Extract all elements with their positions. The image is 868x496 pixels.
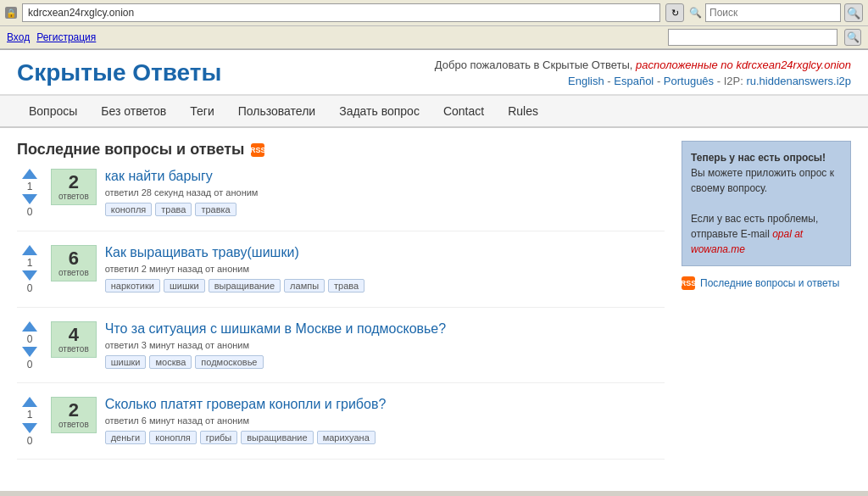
welcome-prefix: Добро пожаловать в Скрытые Ответы, [435, 59, 636, 71]
tag[interactable]: марихуана [317, 431, 376, 444]
onion-link[interactable]: расположенные по kdrcxean24rxglcy.onion [636, 59, 851, 71]
questions-list: 1 0 2 ответов как найти барыгу ответил 2… [17, 169, 665, 460]
tag[interactable]: трава [328, 279, 364, 293]
answer-count: 4 [58, 326, 89, 344]
nav-tags[interactable]: Теги [178, 96, 225, 126]
rss-icon[interactable]: RSS [251, 143, 264, 157]
bookmark-register[interactable]: Регистрация [36, 31, 96, 43]
tag[interactable]: трава [155, 203, 192, 216]
tag[interactable]: конопля [105, 203, 153, 216]
question-item: 1 0 2 ответов как найти барыгу ответил 2… [17, 169, 665, 231]
nav-users[interactable]: Пользователи [226, 96, 327, 126]
search-input-top[interactable] [668, 29, 837, 46]
tags-container: наркотикишишкивыращиваниелампытрава [105, 279, 665, 293]
sidebar-rss-icon: RSS [682, 276, 695, 290]
tags-container: деньгиконоплягрибывыращиваниемарихуана [105, 431, 665, 444]
question-meta: ответил 28 секунд назад от аноним [105, 187, 665, 198]
tag[interactable]: подмосковье [195, 355, 263, 369]
vote-down-button[interactable] [22, 347, 37, 357]
search-top-button[interactable]: 🔍 [844, 29, 861, 46]
answer-count: 2 [58, 173, 89, 192]
vote-down-count: 0 [27, 435, 33, 447]
sidebar-rss-label: Последние вопросы и ответы [700, 277, 839, 289]
bookmark-bar: Вход Регистрация 🔍 [0, 26, 868, 49]
tags-container: коноплятраватравка [105, 203, 665, 216]
vote-up-count: 0 [27, 333, 33, 345]
question-item: 0 0 4 ответов Что за ситуация с шишками … [17, 321, 665, 384]
browser-search-input[interactable] [705, 3, 841, 22]
answer-count: 2 [58, 401, 89, 420]
vote-down-button[interactable] [22, 270, 37, 281]
answer-label: ответов [58, 344, 89, 354]
vote-down-count: 0 [27, 282, 33, 294]
tag[interactable]: шишки [164, 279, 205, 293]
sidebar-notice-line1: Теперь у нас есть опросы! [691, 152, 826, 164]
address-text: kdrcxean24rxglcy.onion [28, 7, 134, 19]
address-bar[interactable]: kdrcxean24rxglcy.onion [22, 3, 660, 22]
main-content: Последние вопросы и ответы RSS 1 0 2 отв… [0, 128, 868, 486]
nav-bar: Вопросы Без ответов Теги Пользователи За… [0, 96, 868, 128]
vote-up-button[interactable] [22, 321, 37, 332]
question-item: 1 0 2 ответов Сколько платят гроверам ко… [17, 397, 665, 460]
tags-container: шишкимоскваподмосковье [105, 355, 665, 369]
answer-count-box: 2 ответов [51, 397, 97, 433]
question-title[interactable]: как найти барыгу [105, 169, 665, 184]
question-title[interactable]: Как выращивать траву(шишки) [105, 245, 665, 260]
page-header: Скрытые Ответы Добро пожаловать в Скрыты… [0, 50, 868, 96]
vote-down-count: 0 [27, 206, 33, 218]
nav-unanswered[interactable]: Без ответов [89, 96, 178, 126]
tag[interactable]: лампы [284, 279, 325, 293]
section-title: Последние вопросы и ответы RSS [17, 141, 665, 159]
header-langs: English - Español - Português - I2P: ru.… [435, 75, 851, 87]
vote-up-button[interactable] [22, 397, 37, 407]
vote-box: 1 0 [17, 169, 42, 219]
answer-count-box: 2 ответов [51, 169, 97, 205]
nav-contact[interactable]: Contact [431, 96, 496, 126]
question-body: как найти барыгу ответил 28 секунд назад… [105, 169, 665, 216]
bookmark-login[interactable]: Вход [7, 31, 30, 43]
answer-count-box: 6 ответов [51, 245, 97, 281]
tag[interactable]: шишки [105, 355, 147, 369]
vote-up-count: 1 [27, 257, 33, 269]
lang-english[interactable]: English [568, 75, 604, 87]
vote-up-button[interactable] [22, 245, 37, 255]
header-right: Добро пожаловать в Скрытые Ответы, распо… [435, 59, 851, 87]
vote-down-button[interactable] [22, 194, 37, 204]
answer-count-box: 4 ответов [51, 321, 97, 358]
refresh-button[interactable]: ↻ [665, 3, 684, 22]
nav-ask[interactable]: Задать вопрос [327, 96, 431, 126]
page-wrapper: Скрытые Ответы Добро пожаловать в Скрыты… [0, 50, 868, 491]
tag[interactable]: грибы [200, 431, 237, 444]
sidebar-notice: Теперь у нас есть опросы! Вы можете прил… [682, 141, 851, 266]
tag[interactable]: наркотики [105, 279, 160, 293]
tag[interactable]: выращивание [241, 431, 313, 444]
answer-count: 6 [58, 249, 89, 268]
i2p-link[interactable]: ru.hiddenanswers.i2p [746, 75, 851, 87]
i2p-label: I2P: [724, 75, 743, 87]
question-title[interactable]: Что за ситуация с шишками в Москве и под… [105, 321, 665, 337]
vote-down-button[interactable] [22, 423, 37, 433]
vote-up-button[interactable] [22, 169, 37, 179]
tag[interactable]: травка [195, 203, 236, 216]
browser-lock-icon: 🔒 [5, 7, 17, 19]
site-title: Скрытые Ответы [17, 59, 221, 86]
lang-espanol[interactable]: Español [614, 75, 654, 87]
tag[interactable]: конопля [149, 431, 197, 444]
question-title[interactable]: Сколько платят гроверам конопли и грибов… [105, 397, 665, 412]
nav-rules[interactable]: Rules [496, 96, 550, 126]
answer-label: ответов [58, 192, 89, 201]
sidebar: Теперь у нас есть опросы! Вы можете прил… [682, 141, 851, 473]
question-body: Как выращивать траву(шишки) ответил 2 ми… [105, 245, 665, 293]
tag[interactable]: москва [149, 355, 192, 369]
nav-questions[interactable]: Вопросы [17, 96, 89, 126]
answer-label: ответов [58, 420, 89, 429]
header-welcome: Добро пожаловать в Скрытые Ответы, распо… [435, 59, 851, 71]
vote-down-count: 0 [27, 359, 33, 371]
tag[interactable]: выращивание [209, 279, 281, 293]
sidebar-rss[interactable]: RSS Последние вопросы и ответы [682, 276, 851, 290]
question-item: 1 0 6 ответов Как выращивать траву(шишки… [17, 245, 665, 308]
question-body: Что за ситуация с шишками в Москве и под… [105, 321, 665, 369]
lang-portugues[interactable]: Português [664, 75, 714, 87]
tag[interactable]: деньги [105, 431, 147, 444]
browser-search-button[interactable]: 🔍 [844, 3, 863, 22]
